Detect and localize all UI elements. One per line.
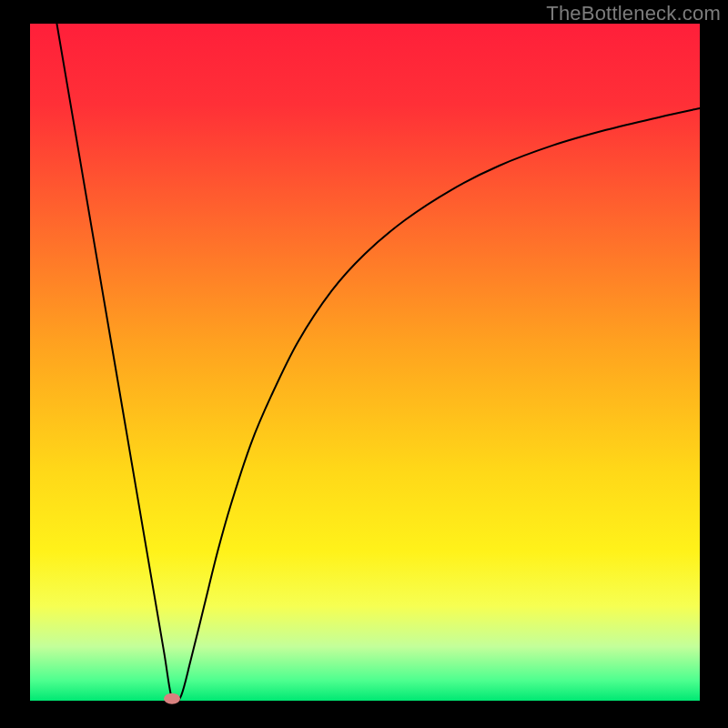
optimal-point-marker	[164, 693, 180, 704]
chart-frame: TheBottleneck.com	[0, 0, 728, 728]
bottleneck-chart	[0, 0, 728, 728]
watermark-text: TheBottleneck.com	[546, 2, 721, 25]
plot-background	[30, 24, 700, 701]
